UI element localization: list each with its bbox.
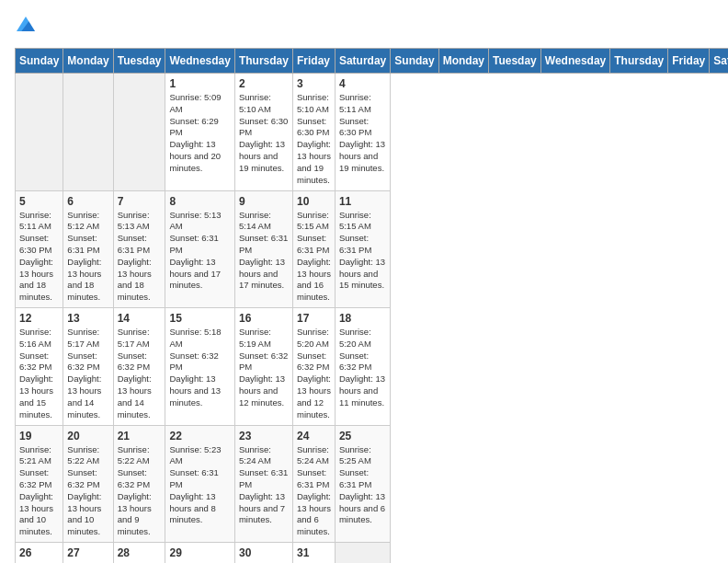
day-info: Sunset: 6:29 PM (169, 116, 230, 140)
day-number: 13 (67, 312, 108, 325)
day-info: Sunset: 6:31 PM (297, 233, 331, 257)
day-info: Sunset: 6:32 PM (19, 467, 59, 491)
day-info: Sunrise: 5:15 AM (297, 210, 331, 234)
calendar-cell: 1Sunrise: 5:09 AMSunset: 6:29 PMDaylight… (165, 74, 234, 191)
day-number: 31 (297, 546, 331, 559)
day-number: 15 (169, 312, 230, 325)
calendar-cell: 20Sunrise: 5:22 AMSunset: 6:32 PMDayligh… (63, 425, 113, 543)
day-info: Sunrise: 5:20 AM (339, 327, 386, 350)
calendar-cell: 19Sunrise: 5:21 AMSunset: 6:32 PMDayligh… (16, 425, 63, 543)
day-info: Sunset: 6:31 PM (239, 233, 289, 257)
calendar-cell (113, 74, 165, 191)
day-number: 19 (19, 430, 59, 442)
day-info: Sunset: 6:32 PM (239, 350, 289, 374)
day-of-week-header: Saturday (335, 49, 390, 74)
day-info: Sunrise: 5:09 AM (169, 92, 230, 116)
day-info: Daylight: 13 hours and 16 minutes. (297, 257, 331, 304)
day-info: Sunset: 6:32 PM (67, 350, 108, 374)
day-info: Sunset: 6:31 PM (169, 467, 230, 491)
day-info: Daylight: 13 hours and 12 minutes. (239, 373, 289, 408)
day-info: Sunrise: 5:12 AM (67, 210, 108, 234)
day-of-week-header: Saturday (710, 49, 728, 74)
day-number: 3 (297, 77, 331, 90)
day-info: Daylight: 13 hours and 15 minutes. (339, 257, 386, 292)
calendar-cell: 5Sunrise: 5:11 AMSunset: 6:30 PMDaylight… (16, 190, 63, 308)
calendar-cell: 12Sunrise: 5:16 AMSunset: 6:32 PMDayligh… (16, 308, 63, 426)
calendar-week-row: 5Sunrise: 5:11 AMSunset: 6:30 PMDaylight… (16, 190, 729, 308)
calendar-cell: 27Sunrise: 5:26 AMSunset: 6:31 PMDayligh… (63, 543, 113, 564)
day-info: Daylight: 13 hours and 10 minutes. (19, 491, 59, 538)
calendar-cell: 9Sunrise: 5:14 AMSunset: 6:31 PMDaylight… (234, 190, 292, 308)
day-number: 28 (118, 546, 162, 559)
day-info: Sunrise: 5:10 AM (239, 92, 289, 116)
day-info: Daylight: 13 hours and 14 minutes. (67, 373, 108, 420)
day-number: 2 (239, 77, 289, 90)
day-of-week-header: Thursday (610, 49, 668, 74)
day-number: 24 (297, 430, 331, 442)
day-info: Sunset: 6:32 PM (297, 350, 331, 374)
day-info: Sunrise: 5:16 AM (19, 327, 59, 350)
day-info: Daylight: 13 hours and 8 minutes. (169, 491, 230, 526)
day-info: Sunrise: 5:22 AM (67, 444, 108, 468)
day-info: Sunset: 6:30 PM (339, 116, 386, 140)
day-info: Sunrise: 5:25 AM (339, 444, 386, 468)
day-info: Sunrise: 5:23 AM (169, 444, 230, 468)
day-number: 18 (339, 312, 386, 325)
logo (15, 15, 35, 37)
day-info: Sunrise: 5:15 AM (339, 210, 386, 234)
day-info: Sunset: 6:32 PM (67, 467, 108, 491)
calendar-cell: 24Sunrise: 5:24 AMSunset: 6:31 PMDayligh… (292, 425, 335, 543)
day-info: Daylight: 13 hours and 18 minutes. (67, 257, 108, 304)
day-info: Sunset: 6:31 PM (239, 467, 289, 491)
day-number: 6 (67, 195, 108, 208)
calendar-cell: 17Sunrise: 5:20 AMSunset: 6:32 PMDayligh… (292, 308, 335, 426)
day-number: 7 (118, 195, 162, 208)
day-info: Sunset: 6:30 PM (19, 233, 59, 257)
day-info: Sunrise: 5:19 AM (239, 327, 289, 350)
day-info: Sunset: 6:31 PM (67, 233, 108, 257)
day-of-week-header: Tuesday (113, 49, 165, 74)
day-info: Sunrise: 5:10 AM (297, 92, 331, 116)
calendar-cell: 31Sunrise: 5:29 AMSunset: 6:29 PMDayligh… (292, 543, 335, 564)
day-number: 10 (297, 195, 331, 208)
day-number: 29 (169, 546, 230, 559)
day-info: Sunrise: 5:13 AM (169, 210, 230, 234)
day-of-week-header: Wednesday (165, 49, 234, 74)
calendar-table: SundayMondayTuesdayWednesdayThursdayFrid… (15, 48, 728, 563)
day-info: Sunrise: 5:17 AM (67, 327, 108, 350)
day-info: Sunset: 6:32 PM (118, 467, 162, 491)
day-number: 12 (19, 312, 59, 325)
calendar-cell: 22Sunrise: 5:23 AMSunset: 6:31 PMDayligh… (165, 425, 234, 543)
calendar-header-row: SundayMondayTuesdayWednesdayThursdayFrid… (16, 49, 729, 74)
day-of-week-header: Friday (292, 49, 335, 74)
day-info: Daylight: 13 hours and 17 minutes. (169, 257, 230, 292)
day-info: Sunset: 6:32 PM (118, 350, 162, 374)
day-number: 30 (239, 546, 289, 559)
day-number: 25 (339, 430, 386, 442)
logo-icon (17, 15, 35, 33)
day-info: Daylight: 13 hours and 19 minutes. (239, 139, 289, 174)
calendar-cell: 4Sunrise: 5:11 AMSunset: 6:30 PMDaylight… (335, 74, 390, 191)
day-info: Daylight: 13 hours and 6 minutes. (297, 491, 331, 538)
page-header (15, 15, 713, 37)
day-info: Daylight: 13 hours and 18 minutes. (118, 257, 162, 304)
calendar-cell: 28Sunrise: 5:27 AMSunset: 6:30 PMDayligh… (113, 543, 165, 564)
calendar-cell: 30Sunrise: 5:28 AMSunset: 6:30 PMDayligh… (234, 543, 292, 564)
day-number: 23 (239, 430, 289, 442)
day-number: 4 (339, 77, 386, 90)
day-info: Daylight: 13 hours and 12 minutes. (297, 373, 331, 420)
calendar-cell: 18Sunrise: 5:20 AMSunset: 6:32 PMDayligh… (335, 308, 390, 426)
day-number: 16 (239, 312, 289, 325)
day-number: 8 (169, 195, 230, 208)
day-number: 5 (19, 195, 59, 208)
day-info: Daylight: 13 hours and 6 minutes. (339, 491, 386, 526)
day-info: Sunset: 6:31 PM (339, 233, 386, 257)
calendar-cell: 8Sunrise: 5:13 AMSunset: 6:31 PMDaylight… (165, 190, 234, 308)
day-info: Daylight: 13 hours and 11 minutes. (339, 373, 386, 408)
calendar-cell: 26Sunrise: 5:25 AMSunset: 6:31 PMDayligh… (16, 543, 63, 564)
day-of-week-header: Tuesday (488, 49, 540, 74)
day-number: 27 (67, 546, 108, 559)
day-number: 21 (118, 430, 162, 442)
calendar-cell: 13Sunrise: 5:17 AMSunset: 6:32 PMDayligh… (63, 308, 113, 426)
day-info: Sunset: 6:30 PM (239, 116, 289, 140)
